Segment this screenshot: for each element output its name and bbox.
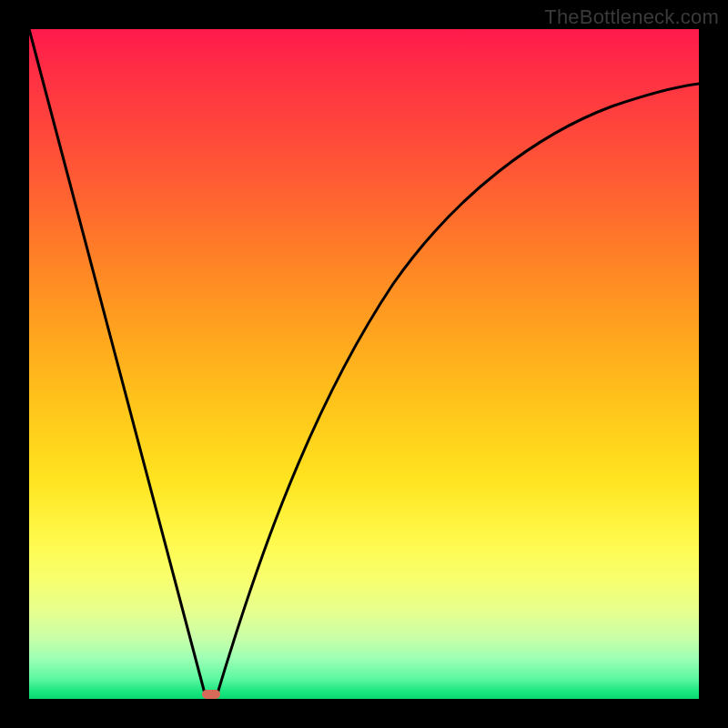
plot-area [29,29,699,699]
watermark-text: TheBottleneck.com [544,5,719,29]
optimum-marker [202,690,220,699]
bottleneck-curve [29,29,699,699]
chart-frame: TheBottleneck.com [0,0,728,728]
curve-path [29,29,699,697]
